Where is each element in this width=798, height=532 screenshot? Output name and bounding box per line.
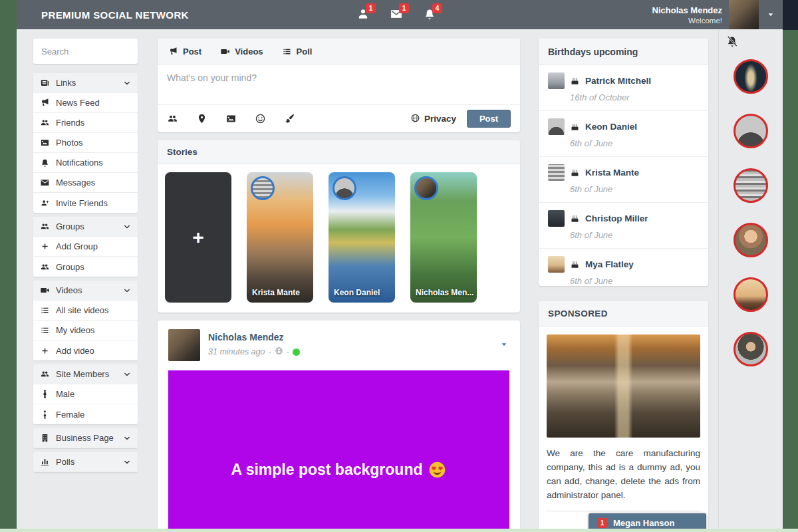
privacy-selector[interactable]: Privacy [410,113,456,125]
birthday-list-item[interactable]: Keon Daniel 6th of June [539,111,708,157]
submit-post-button[interactable]: Post [467,110,511,128]
window-corner [783,0,798,30]
users-icon [40,369,50,379]
bell-slash-icon[interactable] [725,35,739,49]
friend-requests-button[interactable]: 1 [356,7,370,22]
globe-icon [410,113,420,125]
sponsored-ad-text: We are the care manufacturing company, t… [547,447,700,503]
online-user-avatar[interactable] [733,114,768,148]
users-icon [40,262,50,272]
list-icon [40,325,50,335]
navbar-user-area[interactable]: Nicholas Mendez Welcome! [652,0,783,29]
status-input[interactable] [158,65,520,104]
sidebar-menu: Links News Feed Friends Photos No [33,73,138,472]
sidebar-item-groups[interactable]: Groups [33,257,138,277]
sidebar-item-invite-friends[interactable]: Invite Friends [33,193,138,213]
navbar-welcome: Welcome! [652,17,722,25]
right-sidebar: Birthdays upcoming Patrick Mitchell 16th… [539,39,708,532]
stories-title: Stories [158,140,520,164]
navbar-avatar[interactable] [729,0,759,29]
sidebar-item-male[interactable]: Male [33,384,138,404]
background-brush-icon[interactable] [284,113,295,124]
sponsored-title: SPONSORED [539,301,708,327]
online-user-avatar[interactable] [733,168,768,203]
users-icon [40,221,50,231]
story-card[interactable]: Nicholas Men... [410,172,477,303]
sidebar-section-business-page[interactable]: Business Page [33,428,138,448]
app-title: PREMIUM SOCIAL NETWORK [41,0,189,29]
birthday-cake-icon [570,259,580,269]
online-user-avatar[interactable] [733,332,768,366]
post-author-name[interactable]: Nicholas Mendez [208,332,284,342]
sidebar-section-site-members[interactable]: Site Members [33,364,138,384]
story-card[interactable]: Keon Daniel [329,172,395,303]
birthdays-widget: Birthdays upcoming Patrick Mitchell 16th… [539,39,708,286]
envelope-icon [390,13,403,23]
chevron-down-icon [123,287,131,295]
chevron-down-icon [123,434,131,442]
online-status-dot [293,348,300,356]
search-input[interactable] [33,39,138,64]
sidebar-item-add-group[interactable]: Add Group [33,237,138,257]
story-card[interactable]: Krista Mante [247,172,313,303]
sidebar-item-messages[interactable]: Messages [33,173,138,193]
list-icon [40,305,50,315]
tab-post[interactable]: Post [168,47,201,57]
sidebar-section-polls[interactable]: Polls [33,452,138,472]
top-navbar: PREMIUM SOCIAL NETWORK 1 1 4 Nicholas Me… [17,0,783,29]
tab-videos[interactable]: Videos [220,47,263,57]
post-author-avatar[interactable] [168,329,200,361]
app-window: PREMIUM SOCIAL NETWORK 1 1 4 Nicholas Me… [17,0,783,532]
avatar [548,210,565,227]
sponsored-ad-image[interactable] [547,334,700,438]
sidebar-section-videos[interactable]: Videos [33,281,138,301]
birthday-list-item[interactable]: Patrick Mitchell 16th of October [539,65,708,111]
birthday-cake-icon [570,122,580,132]
building-icon [40,433,50,443]
notifications-button[interactable]: 4 [422,7,437,22]
avatar [548,164,565,181]
birthday-list-item[interactable]: Christop Miller 6th of June [539,203,708,249]
story-avatar [251,176,275,200]
male-icon [40,389,50,399]
add-story-card[interactable]: + [165,172,231,303]
chevron-down-icon [123,458,131,466]
heart-eyes-emoji-icon [428,461,446,479]
chevron-down-icon [123,79,131,87]
sidebar-item-all-site-videos[interactable]: All site videos [33,301,138,321]
post-options-caret-icon[interactable] [499,339,509,350]
sidebar-item-friends[interactable]: Friends [33,113,138,133]
tab-poll[interactable]: Poll [282,47,313,57]
sidebar-item-notifications[interactable]: Notifications [33,153,138,173]
main-feed-column: Post Videos Poll [158,39,520,532]
location-pin-icon[interactable] [196,113,207,124]
online-user-avatar[interactable] [733,277,768,312]
sidebar-item-news-feed[interactable]: News Feed [33,93,138,113]
messages-button[interactable]: 1 [389,7,404,22]
user-menu-caret-icon[interactable] [759,9,783,20]
tag-friends-icon[interactable] [167,113,178,124]
megaphone-icon [168,47,178,57]
globe-icon [275,346,283,357]
sidebar-item-female[interactable]: Female [33,404,138,424]
online-user-avatar[interactable] [733,223,768,257]
requests-badge: 1 [366,3,376,13]
sidebar-section-links[interactable]: Links [33,73,138,93]
birthday-list-item[interactable]: Mya Flatley 6th of June [539,249,708,295]
birthday-list-item[interactable]: Krista Mante 6th of June [539,157,708,203]
user-plus-icon [40,198,50,208]
video-camera-icon [220,47,230,57]
sidebar-item-add-video[interactable]: Add video [33,340,138,360]
sponsored-widget: SPONSORED We are the care manufacturing … [539,301,708,532]
avatar [548,256,565,273]
story-avatar [332,176,356,200]
add-photo-icon[interactable] [225,113,237,124]
online-user-avatar[interactable] [733,59,768,94]
sidebar-section-groups[interactable]: Groups [33,217,138,237]
sidebar-item-photos[interactable]: Photos [33,133,138,153]
newspaper-icon [40,78,50,88]
feed-post: Nicholas Mendez 31 minutes ago - - A sim… [158,321,520,532]
sidebar-item-my-videos[interactable]: My videos [33,321,138,340]
emoji-icon[interactable] [255,113,266,124]
user-icon [356,13,370,23]
